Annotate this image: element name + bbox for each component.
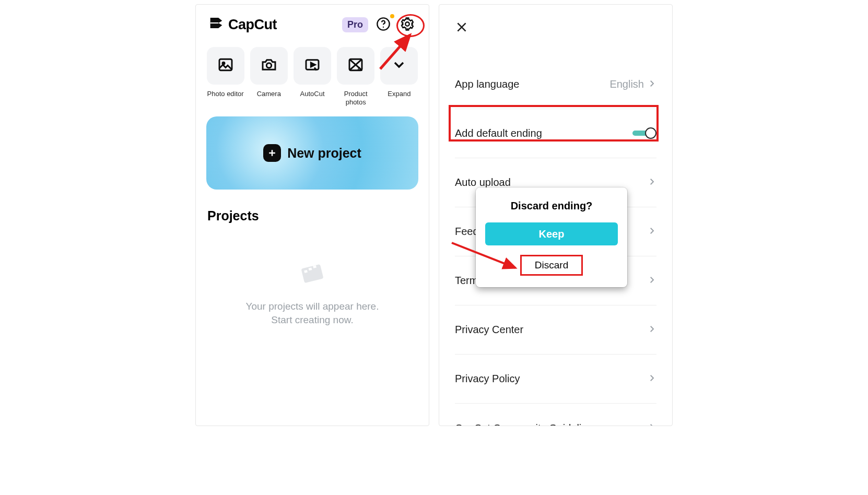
svg-text:AI: AI: [357, 66, 363, 72]
camera-icon: [261, 56, 277, 75]
autocut-icon: [304, 56, 321, 75]
topbar: CapCut Pro: [196, 5, 429, 36]
tool-camera[interactable]: Camera: [250, 47, 288, 106]
product-photos-icon: AI: [347, 56, 364, 75]
app-name: CapCut: [228, 17, 277, 33]
row-default-ending[interactable]: Add default ending: [455, 109, 656, 158]
tool-expand[interactable]: Expand: [380, 47, 418, 106]
tool-row: Photo editor Camera AutoCut AI Product p…: [196, 36, 429, 106]
notification-dot: [390, 14, 394, 18]
tool-product-photos[interactable]: AI Product photos: [337, 47, 375, 106]
projects-heading: Projects: [207, 208, 417, 223]
discard-dialog: Discard ending? Keep Discard: [476, 187, 627, 287]
keep-button[interactable]: Keep: [485, 222, 618, 245]
settings-screen: App language English Add default ending …: [439, 4, 673, 426]
svg-point-5: [266, 63, 271, 68]
help-button[interactable]: [373, 15, 393, 35]
row-community-guidelines[interactable]: CapCut Community Guidelines: [455, 404, 656, 426]
chevron-right-icon: [647, 324, 656, 336]
tool-photo-editor[interactable]: Photo editor: [206, 47, 244, 106]
settings-button[interactable]: [397, 15, 417, 35]
app-logo: CapCut: [207, 14, 277, 36]
discard-button[interactable]: Discard: [520, 255, 583, 276]
help-icon: [376, 17, 391, 33]
row-app-language[interactable]: App language English: [455, 60, 656, 109]
svg-point-2: [405, 22, 409, 26]
gear-icon: [400, 17, 415, 33]
dialog-title: Discard ending?: [485, 200, 618, 212]
chevron-right-icon: [647, 373, 656, 385]
home-screen: CapCut Pro: [195, 4, 429, 426]
tool-autocut[interactable]: AutoCut: [293, 47, 331, 106]
toggle-default-ending[interactable]: [632, 127, 656, 140]
capcut-logo-icon: [207, 14, 225, 36]
photo-icon: [217, 56, 234, 75]
close-button[interactable]: [439, 5, 672, 36]
chevron-right-icon: [647, 422, 656, 426]
svg-point-1: [383, 26, 384, 27]
chevron-right-icon: [647, 177, 656, 188]
chevron-right-icon: [647, 79, 656, 90]
row-privacy-center[interactable]: Privacy Center: [455, 305, 656, 355]
projects-empty-state: Your projects will appear here. Start cr…: [196, 259, 429, 326]
chevron-right-icon: [647, 226, 656, 238]
chevron-down-icon: [391, 56, 407, 75]
filmstrip-icon: [298, 259, 327, 290]
pro-badge[interactable]: Pro: [342, 17, 368, 32]
new-project-button[interactable]: New project: [206, 116, 418, 190]
svg-rect-9: [301, 264, 324, 283]
close-icon: [455, 27, 468, 36]
plus-icon: [263, 144, 281, 162]
row-privacy-policy[interactable]: Privacy Policy: [455, 355, 656, 404]
chevron-right-icon: [647, 275, 656, 287]
